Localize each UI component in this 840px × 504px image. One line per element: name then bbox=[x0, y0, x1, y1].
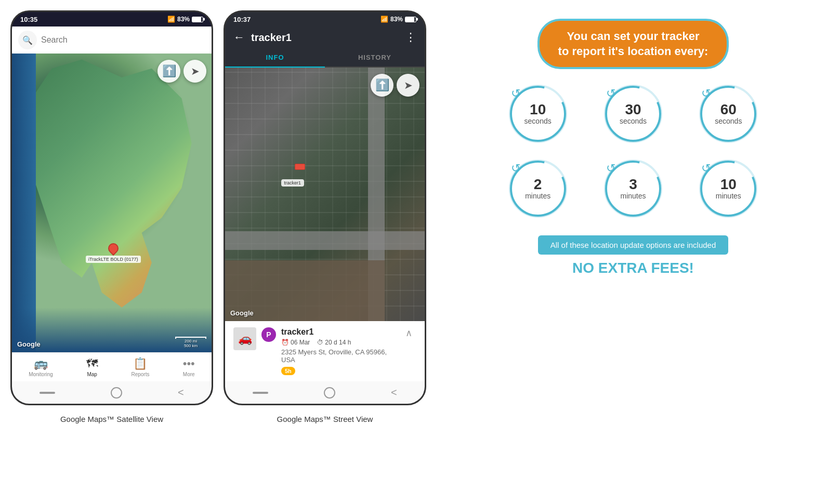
unit-seconds-2: seconds bbox=[620, 117, 647, 125]
intervals-grid: 10 seconds ↺ 30 seconds ↺ bbox=[498, 83, 768, 220]
arrow-30sec: ↺ bbox=[606, 87, 615, 100]
circle-3min-wrap: 3 minutes ↺ bbox=[602, 157, 664, 220]
nav-more-label: More bbox=[183, 372, 195, 377]
included-badge: All of these location update options are… bbox=[538, 235, 729, 255]
map-icon: 🗺 bbox=[86, 357, 98, 370]
phone2-status-bar: 10:37 📶 83% bbox=[225, 12, 425, 26]
scale-text1: 200 mi bbox=[185, 339, 197, 343]
map-satellite-area[interactable]: ⬆️ ➤ iTrackLTE BOLD (0177) Google 200 mi… bbox=[12, 54, 212, 352]
phone2-container: 10:37 📶 83% ← tracker1 ⋮ INFO HISTORY tr… bbox=[224, 10, 426, 423]
gesture-home-circle2 bbox=[324, 387, 335, 399]
tracker-meta: ⏰ 06 Mar ⏱ 20 d 14 h bbox=[281, 339, 396, 346]
infographic-panel: You can set your trackerto report it's l… bbox=[437, 10, 830, 287]
timer-icon: ⏱ 20 d 14 h bbox=[317, 339, 351, 346]
scale-bar: 200 mi 500 km bbox=[175, 337, 206, 348]
road-horizontal bbox=[225, 231, 425, 250]
nav-reports-label: Reports bbox=[131, 372, 149, 377]
phone2-caption: Google Maps™ Street View bbox=[277, 415, 373, 423]
unit-minutes-2: minutes bbox=[620, 192, 646, 200]
circle-60sec-wrap: 60 seconds ↺ bbox=[697, 83, 759, 145]
search-bar: 🔍 bbox=[12, 26, 212, 54]
back-button[interactable]: ← bbox=[233, 31, 245, 44]
tracker-vehicle-icon: 🚗 bbox=[233, 327, 256, 350]
phone1-status-right: 📶 83% bbox=[167, 16, 203, 23]
arrow-2min: ↺ bbox=[511, 162, 520, 175]
gesture-back-line bbox=[40, 392, 55, 394]
interval-2min: 2 minutes ↺ bbox=[498, 157, 578, 220]
phone2-status-right: 📶 83% bbox=[380, 16, 416, 23]
circle-30sec-wrap: 30 seconds ↺ bbox=[602, 83, 664, 145]
num-10min: 10 bbox=[720, 177, 737, 192]
headline-text: You can set your trackerto report it's l… bbox=[558, 29, 708, 59]
more-menu-button[interactable]: ⋮ bbox=[405, 31, 416, 44]
location-btn[interactable]: ➤ bbox=[183, 60, 206, 83]
no-extra-section: All of these location update options are… bbox=[538, 235, 729, 276]
phone1-time: 10:35 bbox=[20, 16, 37, 23]
nav-map[interactable]: 🗺 Map bbox=[86, 357, 98, 377]
google-logo: Google bbox=[17, 340, 41, 348]
bottom-nav: 🚌 Monitoring 🗺 Map 📋 Reports ••• More bbox=[12, 352, 212, 381]
wifi-icon: 📶 bbox=[380, 16, 388, 23]
nav-monitoring[interactable]: 🚌 Monitoring bbox=[29, 357, 53, 377]
tracker-map[interactable]: tracker1 ⬆️ ➤ Google bbox=[225, 68, 425, 321]
google-logo2: Google bbox=[230, 309, 254, 317]
scroll-indicator: ∧ bbox=[401, 327, 416, 339]
unit-minutes-3: minutes bbox=[716, 192, 741, 200]
phone1-container: 10:35 📶 83% 🔍 ⬆️ ➤ iTrackLTE BOLD (01 bbox=[10, 10, 213, 423]
gesture-home-circle bbox=[111, 387, 122, 399]
nav-reports[interactable]: 📋 Reports bbox=[131, 357, 149, 377]
tracker-header: ← tracker1 ⋮ bbox=[225, 26, 425, 48]
circle-10min-wrap: 10 minutes ↺ bbox=[697, 157, 759, 220]
interval-60sec: 60 seconds ↺ bbox=[689, 83, 768, 145]
gesture-back-line2 bbox=[253, 392, 268, 394]
interval-30sec: 30 seconds ↺ bbox=[593, 83, 673, 145]
search-input[interactable] bbox=[41, 35, 205, 45]
tracker-pin[interactable]: iTrackLTE BOLD (0177) bbox=[86, 243, 141, 263]
phone1: 10:35 📶 83% 🔍 ⬆️ ➤ iTrackLTE BOLD (01 bbox=[10, 10, 213, 405]
tracker-info-details: tracker1 ⏰ 06 Mar ⏱ 20 d 14 h 2325 Myers… bbox=[281, 327, 396, 375]
battery-icon bbox=[192, 17, 203, 22]
tab-info[interactable]: INFO bbox=[225, 48, 325, 68]
gesture-recents2: < bbox=[391, 387, 397, 399]
tracker-duration: 20 d 14 h bbox=[325, 339, 351, 346]
num-30: 30 bbox=[625, 102, 641, 117]
interval-10min: 10 minutes ↺ bbox=[689, 157, 768, 220]
tracker-car-marker bbox=[295, 164, 305, 170]
num-60: 60 bbox=[720, 102, 737, 117]
num-3: 3 bbox=[629, 177, 637, 192]
more-icon: ••• bbox=[183, 357, 195, 370]
tracker-tabs: INFO HISTORY bbox=[225, 48, 425, 68]
clock-icon: ⏰ 06 Mar bbox=[281, 339, 310, 346]
battery2-icon bbox=[405, 17, 416, 22]
interval-3min: 3 minutes ↺ bbox=[593, 157, 673, 220]
interval-10sec: 10 seconds ↺ bbox=[498, 83, 578, 145]
nav-more[interactable]: ••• More bbox=[183, 357, 195, 377]
tracker-map-label: tracker1 bbox=[281, 179, 305, 187]
compass2-icon[interactable]: ⬆️ bbox=[371, 74, 393, 97]
phone1-caption: Google Maps™ Satellite View bbox=[60, 415, 163, 423]
map-satellite-bg bbox=[12, 54, 212, 352]
nav-map-label: Map bbox=[87, 372, 97, 377]
tracker-address: 2325 Myers St, Oroville, CA 95966, USA bbox=[281, 348, 396, 364]
num-10: 10 bbox=[530, 102, 546, 117]
tab-history[interactable]: HISTORY bbox=[325, 48, 425, 67]
unit-minutes-1: minutes bbox=[525, 192, 550, 200]
tracker-date: 06 Mar bbox=[291, 339, 310, 346]
tracker-p-badge: P bbox=[261, 327, 276, 342]
arrow-10sec: ↺ bbox=[511, 87, 520, 100]
no-extra-fees: NO EXTRA FEES! bbox=[572, 260, 694, 276]
phone1-status-bar: 10:35 📶 83% bbox=[12, 12, 212, 26]
location2-btn[interactable]: ➤ bbox=[397, 74, 419, 97]
tracker-name: tracker1 bbox=[281, 327, 396, 337]
gesture-bar2: < bbox=[225, 381, 425, 404]
arrow-60sec: ↺ bbox=[701, 87, 711, 100]
tracker-info-top: 🚗 P tracker1 ⏰ 06 Mar ⏱ 20 d 14 h 2325 M… bbox=[233, 327, 416, 375]
monitoring-icon: 🚌 bbox=[34, 357, 48, 370]
tracker-title: tracker1 bbox=[251, 32, 399, 44]
scale-text2: 500 km bbox=[184, 343, 198, 348]
nav-monitoring-label: Monitoring bbox=[29, 372, 53, 377]
gesture-bar: < bbox=[12, 381, 212, 404]
unit-seconds-3: seconds bbox=[715, 117, 742, 125]
compass-icon[interactable]: ⬆️ bbox=[158, 60, 180, 83]
reports-icon: 📋 bbox=[133, 357, 147, 370]
